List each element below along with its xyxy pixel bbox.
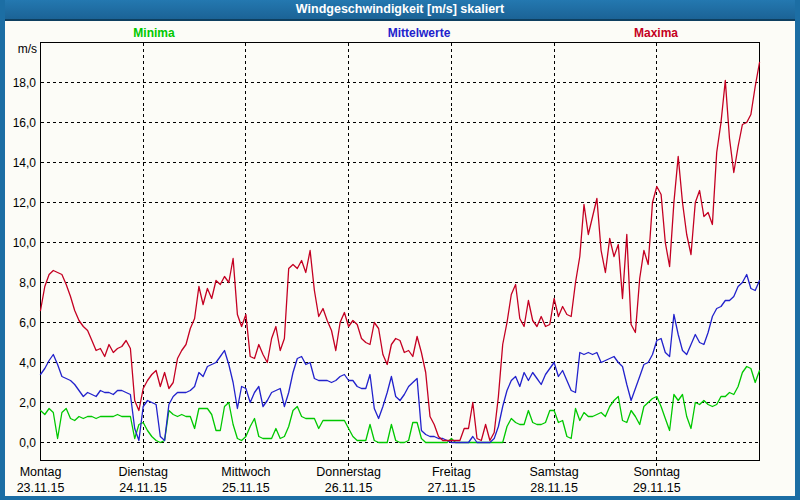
series-line-mittelwerte <box>41 275 760 443</box>
series-line-maxima <box>41 63 760 441</box>
series-line-minima <box>41 367 760 443</box>
wind-speed-chart <box>0 0 800 500</box>
